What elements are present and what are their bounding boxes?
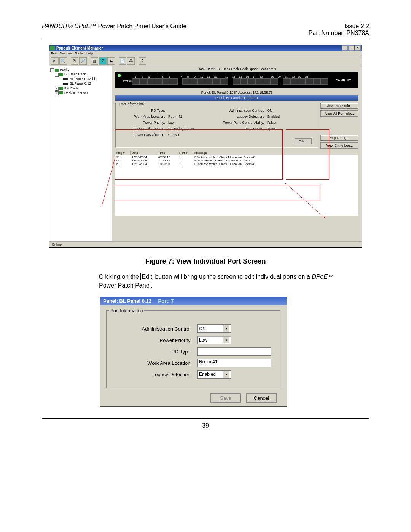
titlebar[interactable]: Panduit Element Manager _ □ ×: [49, 45, 362, 51]
tree-panel-2[interactable]: BL Panel 0.12: [70, 81, 91, 85]
close-button[interactable]: ×: [355, 45, 361, 51]
tree-panel-1[interactable]: BL Panel 0.12-bb: [70, 77, 96, 81]
port-jack[interactable]: [132, 78, 140, 85]
tree-rack-3[interactable]: Rack ID not set: [64, 91, 88, 95]
port-jack[interactable]: [248, 78, 255, 85]
dialog-title-panel: Panel: BL Panel 0.12: [103, 298, 151, 304]
window-title: Panduit Element Manager: [56, 46, 103, 50]
dlg-work-input[interactable]: Room 41: [197, 359, 271, 367]
port-number: 2: [139, 75, 146, 78]
minimize-button[interactable]: _: [342, 45, 348, 51]
export-log-button[interactable]: Export Log...: [320, 135, 358, 141]
log-col-msgid: Msg #: [115, 151, 131, 155]
pd-type-label: PD Type:: [119, 109, 168, 112]
dialog-titlebar[interactable]: Panel: BL Panel 0.12 Port: 7: [100, 297, 287, 305]
tool-play-icon[interactable]: ▶: [107, 57, 115, 65]
port-jack[interactable]: [162, 78, 170, 85]
port-jack[interactable]: [233, 78, 240, 85]
tool-find-icon[interactable]: 🔎: [79, 57, 87, 65]
log-row[interactable]: 7112/15/200407:36:151PD disconnected. Cl…: [115, 155, 358, 159]
port-number: 22: [290, 75, 296, 78]
port-jack[interactable]: [321, 78, 328, 85]
menu-devices[interactable]: Devices: [60, 51, 72, 55]
doc-part: Part Number: PN378A: [309, 30, 369, 37]
brand-label: PANDUIT: [336, 78, 352, 82]
maximize-button[interactable]: □: [348, 45, 354, 51]
log-col-message: Message: [193, 151, 358, 155]
view-all-port-info-button[interactable]: View All Port Info...: [320, 110, 358, 117]
menu-help[interactable]: Help: [86, 51, 93, 55]
edit-port-dialog: Panel: BL Panel 0.12 Port: 7 Port Inform…: [100, 297, 287, 407]
port-jack[interactable]: [205, 78, 213, 85]
statusbar: Online: [49, 241, 362, 247]
status-text: Online: [52, 243, 62, 246]
view-entire-log-button[interactable]: View Entire Log...: [320, 142, 358, 149]
port-jack[interactable]: [306, 78, 313, 85]
dlg-priority-select[interactable]: Low▼: [197, 336, 231, 344]
dlg-admin-select[interactable]: ON▼: [197, 324, 231, 333]
tool-config-icon[interactable]: ?: [99, 57, 107, 65]
tree-rack-1[interactable]: BL Desk Rack: [64, 72, 86, 76]
rack-tree[interactable]: -Racks -BL Desk Rack BL Panel 0.12-bb BL…: [49, 66, 112, 241]
power-pairs-label: Power Pairs:: [210, 127, 267, 131]
port-number: 15: [237, 75, 244, 78]
port-jack[interactable]: [313, 78, 321, 85]
port-jack[interactable]: [147, 78, 155, 85]
view-panel-info-button[interactable]: View Panel Info...: [320, 103, 358, 109]
menu-file[interactable]: File: [51, 51, 57, 55]
port-jack[interactable]: [240, 78, 248, 85]
log-col-date: Date: [131, 151, 157, 155]
tool-refresh-icon[interactable]: ↻: [71, 57, 78, 65]
tool-help-icon[interactable]: ?: [139, 57, 146, 65]
dlg-pdtype-input[interactable]: [197, 347, 271, 356]
panel-port-title: Panel: BL Panel 0.12 Port: 1: [115, 95, 358, 101]
tool-rack-icon[interactable]: ▥: [91, 57, 98, 65]
port-number: 23: [296, 75, 303, 78]
dlg-save-button[interactable]: Save: [210, 393, 241, 403]
port-jack[interactable]: [198, 78, 205, 85]
toolbar: ⇤ 🔍 ↻ 🔎 ▥ ? ▶ 📄 🖶 ?: [49, 56, 362, 66]
port-jack[interactable]: [220, 78, 228, 85]
port-number: 21: [283, 75, 290, 78]
legacy-value: Enabled: [267, 115, 290, 118]
port-jack[interactable]: [182, 78, 190, 85]
menu-tools[interactable]: Tools: [75, 51, 83, 55]
tool-print-icon[interactable]: 🖶: [127, 57, 135, 65]
chevron-down-icon: ▼: [223, 371, 229, 378]
port-jack[interactable]: [155, 78, 162, 85]
port-jack[interactable]: [283, 78, 290, 85]
port-number: 10: [198, 75, 205, 78]
port-jack[interactable]: [140, 78, 147, 85]
doc-product: PANDUIT® DPoE™: [42, 23, 96, 29]
port-jack[interactable]: [170, 78, 178, 85]
work-area-label: Work Area Location:: [119, 115, 168, 118]
port-jack[interactable]: [213, 78, 220, 85]
port-number: 6: [166, 75, 173, 78]
log-row[interactable]: 6712/13/200413:23:011PD disconnected. Cl…: [115, 162, 358, 166]
edit-button[interactable]: Edit...: [295, 138, 312, 144]
port-number: 1: [132, 75, 139, 78]
port-jack[interactable]: [255, 78, 263, 85]
port-jack[interactable]: [290, 78, 298, 85]
port-jack[interactable]: [298, 78, 306, 85]
panel-sub: Panel: BL Panel 0.12 IP Address: 172.16.…: [112, 91, 362, 94]
port-number: 24: [303, 75, 310, 78]
port-jack[interactable]: [263, 78, 271, 85]
port-jack[interactable]: [190, 78, 198, 85]
port-number: 14: [230, 75, 237, 78]
tree-root[interactable]: Racks: [60, 68, 69, 72]
port-jack[interactable]: [271, 78, 278, 85]
tool-exit-icon[interactable]: ⇤: [51, 57, 59, 65]
port-number: 11: [205, 75, 212, 78]
body-paragraph: Clicking on the Edit button will bring u…: [99, 272, 350, 290]
ppca-label: Power Pairs Control Ability:: [210, 121, 267, 125]
tool-report-icon[interactable]: 📄: [119, 57, 126, 65]
panel-strip[interactable]: STATUS 123456789101112131415161718192021…: [115, 72, 358, 88]
log-area[interactable]: Msg # Date Time Port # Message 7112/15/2…: [115, 151, 358, 216]
dlg-legacy-select[interactable]: Enabled▼: [197, 370, 231, 379]
dlg-cancel-button[interactable]: Cancel: [246, 393, 277, 403]
tool-zoom-icon[interactable]: 🔍: [59, 57, 67, 65]
tree-rack-2[interactable]: Pat Rack: [64, 86, 78, 90]
dialog-title-port: Port: 7: [158, 298, 174, 304]
log-row[interactable]: 6812/13/200413:23:141PD connected. Class…: [115, 159, 358, 162]
